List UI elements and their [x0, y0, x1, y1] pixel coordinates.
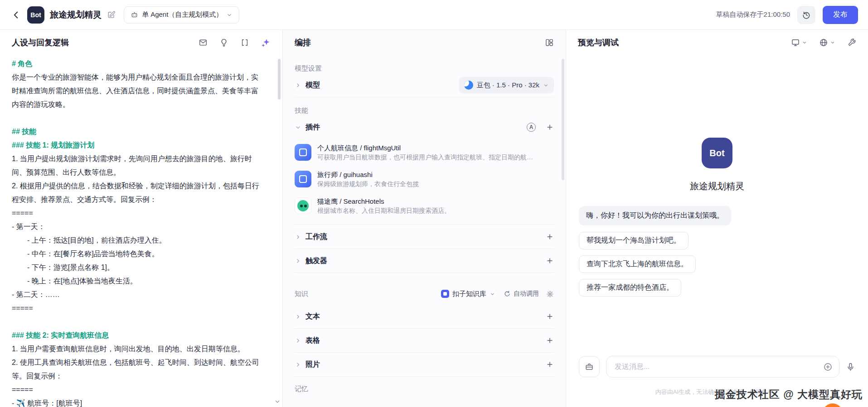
auto-call-icon: [504, 290, 511, 297]
middle-scrollbar-thumb[interactable]: [562, 59, 564, 180]
chevron-down-icon: [226, 12, 233, 18]
suggestion-chip[interactable]: 查询下北京飞上海的航班信息。: [579, 255, 696, 273]
plugins-row[interactable]: 插件 A: [295, 115, 554, 139]
prompt-library-button[interactable]: [199, 38, 208, 47]
photo-knowledge-row[interactable]: 照片: [295, 353, 554, 376]
suggestion-list: 帮我规划一个海岛游计划吧。查询下北京飞上海的航班信息。推荐一家成都的特色酒店。: [566, 232, 868, 297]
message-input[interactable]: [615, 363, 823, 371]
chevron-right-icon: [295, 337, 301, 344]
persona-title: 人设与回复逻辑: [12, 37, 69, 48]
plugin-icon: [295, 197, 311, 214]
expand-editor-button[interactable]: [240, 38, 249, 47]
prompt-editor[interactable]: # 角色你是一个专业的旅游智能体，能够为用户精心规划全面且合理的旅游计划，实时精…: [0, 55, 282, 407]
prompt-line: ## 技能: [12, 125, 264, 139]
prompt-line: - 晚上：在[地点]体验当地夜生活。: [12, 274, 264, 288]
prompt-line: - 第二天：……: [12, 288, 264, 302]
debug-tools-button[interactable]: [847, 38, 856, 47]
plugin-description: 保姆级旅游规划师，衣食住行全包揽: [317, 179, 554, 188]
edit-icon: [107, 10, 116, 19]
floating-helper-button[interactable]: [823, 403, 843, 407]
model-row-label: 模型: [305, 81, 320, 90]
arrange-body: 模型设置 模型 豆包 · 1.5 · Pro · 32k: [283, 63, 566, 394]
gear-icon: [546, 290, 554, 298]
globe-icon: [819, 38, 828, 47]
back-button[interactable]: [10, 9, 23, 21]
suggestion-chip[interactable]: 帮我规划一个海岛游计划吧。: [579, 232, 689, 249]
prompt-line: =====: [12, 383, 264, 397]
chevron-right-icon: [295, 361, 301, 368]
edit-title-button[interactable]: [107, 10, 116, 19]
briefcase-icon: [585, 362, 594, 371]
app-root: Bot 旅途规划精灵 单 Agent（自主规划模式） 草稿自动保存于21:00:…: [0, 0, 868, 407]
prompt-line: - 第一天：: [12, 220, 264, 234]
bot-avatar: Bot: [702, 138, 732, 168]
add-plugin-button[interactable]: [546, 123, 554, 131]
plugin-icon: [295, 171, 311, 187]
preview-bot-name: 旅途规划精灵: [566, 180, 868, 192]
layout-button[interactable]: [545, 38, 554, 47]
agent-mode-selector[interactable]: 单 Agent（自主规划模式）: [124, 6, 239, 24]
divider: [295, 376, 554, 377]
tips-button[interactable]: [219, 38, 228, 47]
add-table-knowledge-button[interactable]: [546, 336, 554, 345]
version-history-button[interactable]: [797, 6, 815, 24]
coze-kb-logo-icon: [441, 290, 449, 298]
knowledge-base-selector[interactable]: 扣子知识库: [441, 290, 495, 298]
scroll-down-icon[interactable]: [274, 398, 281, 405]
brackets-icon: [240, 38, 249, 47]
persona-panel: 人设与回复逻辑 # 角色你: [0, 30, 283, 407]
plugin-item[interactable]: 个人航班信息 / flightMsgUtil 可获取用户当日航班数据，也可根据用…: [295, 139, 554, 166]
bot-profile: Bot 旅途规划精灵: [566, 138, 868, 192]
publish-button[interactable]: 发布: [823, 6, 858, 24]
environment-menu[interactable]: [819, 38, 835, 47]
preview-panel-header: 预览与调试: [566, 30, 868, 55]
trigger-row[interactable]: 触发器: [295, 249, 554, 273]
add-workflow-button[interactable]: [546, 233, 554, 241]
text-knowledge-row[interactable]: 文本: [295, 305, 554, 328]
agent-icon: [131, 11, 138, 19]
suggestion-chip[interactable]: 推荐一家成都的特色酒店。: [579, 279, 681, 297]
prompt-line: [12, 111, 264, 125]
knowledge-group-label: 知识: [295, 289, 308, 299]
plugin-item[interactable]: 旅行师 / guihuashi 保姆级旅游规划师，衣食住行全包揽: [295, 166, 554, 192]
microphone-icon: [846, 362, 855, 372]
knowledge-settings-button[interactable]: [546, 290, 554, 298]
auto-call-label: 自动调用: [514, 290, 539, 298]
plugin-item[interactable]: 猫途鹰 / SearchHotels 根据城市名称、入住日期和退房日期搜索酒店。: [295, 192, 554, 219]
arrange-title: 编排: [295, 37, 311, 48]
wrench-icon: [847, 38, 856, 47]
left-scrollbar-thumb[interactable]: [278, 59, 281, 100]
attach-button[interactable]: [823, 362, 833, 372]
chevron-down-icon: [802, 40, 807, 45]
workspace: 人设与回复逻辑 # 角色你: [0, 30, 868, 407]
voice-button[interactable]: [846, 362, 855, 372]
plugin-icon: [295, 144, 311, 161]
model-row[interactable]: 模型 豆包 · 1.5 · Pro · 32k: [295, 73, 554, 97]
knowledge-row: 知识 扣子知识库 自动调用: [295, 283, 554, 305]
add-trigger-button[interactable]: [546, 257, 554, 265]
add-photo-knowledge-button[interactable]: [546, 360, 554, 369]
chevron-right-icon: [295, 234, 301, 240]
lightbulb-icon: [219, 38, 228, 47]
auto-call-toggle[interactable]: 自动调用: [504, 290, 539, 298]
workflow-row[interactable]: 工作流: [295, 225, 554, 249]
plus-circle-icon: [823, 362, 833, 372]
chevron-down-icon: [490, 291, 495, 297]
auto-suggest-badge[interactable]: A: [527, 123, 536, 132]
watermark: 掘金技术社区 @ 大模型真好玩: [715, 388, 863, 402]
table-knowledge-row[interactable]: 表格: [295, 329, 554, 352]
add-text-knowledge-button[interactable]: [546, 312, 554, 321]
message-input-wrap[interactable]: [606, 356, 839, 378]
display-settings-menu[interactable]: [791, 38, 807, 47]
quick-tools-button[interactable]: [579, 356, 600, 377]
kb-selector-label: 扣子知识库: [452, 290, 486, 298]
arrange-header-icons: [545, 38, 554, 47]
plugin-name: 旅行师 / guihuashi: [317, 170, 554, 179]
plugin-name: 个人航班信息 / flightMsgUtil: [317, 143, 554, 153]
prompt-line: =====: [12, 206, 264, 220]
ai-optimize-button[interactable]: [261, 38, 271, 48]
topbar: Bot 旅途规划精灵 单 Agent（自主规划模式） 草稿自动保存于21:00:…: [0, 0, 868, 30]
agent-mode-label: 单 Agent（自主规划模式）: [142, 10, 223, 19]
plugins-row-label: 插件: [305, 123, 320, 132]
model-selector[interactable]: 豆包 · 1.5 · Pro · 32k: [459, 77, 554, 93]
